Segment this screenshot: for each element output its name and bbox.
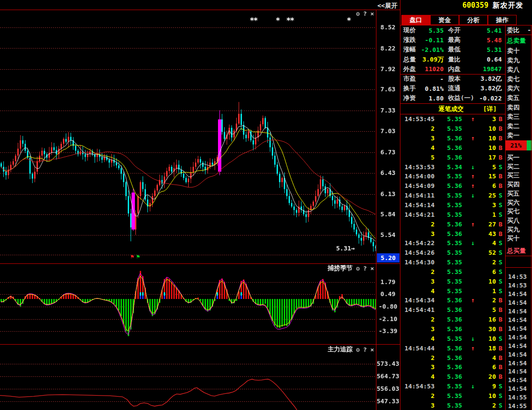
tick-row[interactable]: 14:54:445.36↑18B [400, 343, 505, 353]
buy-level-7[interactable]: 买七 [505, 207, 532, 216]
tick-row[interactable]: 25.364B [400, 353, 505, 362]
time-column-entry: 14:54 [505, 367, 532, 376]
tab-1[interactable]: 盘口 [401, 15, 430, 25]
tick-time: 2 [400, 268, 435, 275]
tick-row[interactable]: 14:53:535.34↓5S [400, 162, 505, 172]
tick-volume: 17 [477, 154, 496, 161]
sell-level-5[interactable]: 卖五 [505, 93, 532, 102]
tick-row[interactable]: 14:54:415.365B [400, 305, 505, 315]
tick-row[interactable]: 14:54:535.35↓9S [400, 382, 505, 391]
help-icon[interactable]: ? [363, 265, 367, 272]
sell-level-3[interactable]: 卖三 [505, 112, 532, 121]
tick-price: 5.36 [447, 230, 467, 237]
tick-row[interactable]: 35.352S [400, 400, 505, 410]
tab-3[interactable]: 分析 [459, 15, 488, 25]
tick-price: 5.35 [447, 211, 467, 218]
buy-level-9[interactable]: 买九 [505, 225, 532, 234]
buy-level-2[interactable]: 买二 [505, 162, 532, 171]
tick-row[interactable]: 14:54:345.36↑2B [400, 296, 505, 305]
tick-row[interactable]: 25.356S [400, 267, 505, 277]
tick-row[interactable]: 45.351S [400, 286, 505, 296]
tick-row[interactable]: 14:54:005.35↑15B [400, 172, 505, 181]
buy-level-10[interactable]: 买十 [505, 234, 532, 243]
tick-row[interactable]: 14:54:095.36↑6B [400, 181, 505, 191]
sell-level-10[interactable]: 卖十 [505, 46, 532, 55]
tick-row[interactable]: 35.3510S [400, 276, 505, 286]
tick-time: 14:54:44 [400, 345, 435, 352]
help-icon[interactable]: ? [363, 346, 367, 353]
tick-row[interactable]: 14:53:455.35↑3B [400, 114, 505, 124]
help-icon[interactable]: ? [363, 10, 367, 17]
main-force-tracking-canvas[interactable] [0, 344, 376, 410]
weibi-label: 委比 [507, 25, 520, 35]
close-icon[interactable]: × [370, 265, 374, 272]
tab-4[interactable]: 操作 [488, 15, 517, 25]
tick-row[interactable]: 14:54:215.351S [400, 210, 505, 219]
close-icon[interactable]: × [370, 346, 374, 353]
price-axis-label: 7.03 [376, 127, 400, 135]
buy-level-4[interactable]: 买四 [505, 180, 532, 189]
tick-time: 14:53:45 [400, 115, 435, 123]
sell-level-8[interactable]: 卖八 [505, 65, 532, 74]
buy-level-8[interactable]: 买八 [505, 216, 532, 225]
tick-row[interactable]: 45.3620B [400, 372, 505, 382]
buy-level-5[interactable]: 买五 [505, 189, 532, 198]
sell-level-6[interactable]: 卖六 [505, 84, 532, 93]
tick-detail-link[interactable]: [详] [483, 105, 505, 113]
sell-level-2[interactable]: 卖二 [505, 122, 532, 131]
tick-row[interactable]: 45.3610B [400, 143, 505, 153]
tick-row[interactable]: 35.366B [400, 362, 505, 372]
tick-row[interactable]: 14:54:265.3552S [400, 248, 505, 258]
close-icon[interactable]: × [370, 10, 374, 17]
main-candlestick-canvas[interactable] [0, 10, 376, 263]
time-column-entry: 14:54 [505, 384, 532, 393]
tab-2[interactable]: 资金 [430, 15, 459, 25]
buy-level-1[interactable]: 买一 [505, 153, 532, 162]
tick-row[interactable]: 14:54:305.352S [400, 258, 505, 267]
tick-row[interactable]: 35.36↑10B [400, 134, 505, 143]
quote-value: 0.81% [416, 85, 444, 92]
osc-axis-label: 0.49 [376, 290, 400, 298]
sell-level-4[interactable]: 卖四 [505, 103, 532, 112]
tick-row[interactable]: 25.3616B [400, 315, 505, 324]
tick-side: B [496, 135, 505, 142]
tick-row[interactable]: 45.35↓10S [400, 334, 505, 343]
sell-level-7[interactable]: 卖七 [505, 75, 532, 84]
tick-row[interactable]: 25.3510B [400, 124, 505, 134]
tick-side: B [496, 345, 505, 352]
tick-row[interactable]: 25.3510S [400, 391, 505, 400]
fishing-season-indicator-canvas[interactable] [0, 263, 376, 344]
tick-side: S [496, 211, 505, 218]
tick-side: B [496, 363, 505, 371]
tick-price: 5.36 [447, 154, 467, 161]
settings-gear-icon[interactable]: ⚙ [356, 10, 360, 17]
divider [400, 25, 532, 25]
tick-row[interactable]: 25.36↑27B [400, 219, 505, 229]
tick-price: 5.35 [447, 402, 467, 409]
tick-side: S [496, 268, 505, 275]
tick-row[interactable]: 14:54:145.353S [400, 200, 505, 210]
price-axis-label: 8.52 [376, 24, 400, 31]
divider [505, 25, 506, 410]
settings-gear-icon[interactable]: ⚙ [356, 265, 360, 272]
tick-row[interactable]: 14:54:225.35↓4S [400, 238, 505, 248]
tick-time: 2 [400, 221, 435, 228]
sell-level-9[interactable]: 卖九 [505, 56, 532, 65]
time-column-entry: 14:54 [505, 289, 532, 298]
tick-side: B [496, 297, 505, 304]
tick-time: 5 [400, 154, 435, 161]
event-star-icon: ** [250, 16, 257, 25]
buy-level-3[interactable]: 买三 [505, 171, 532, 180]
buy-level-6[interactable]: 买六 [505, 198, 532, 207]
tick-row[interactable]: 14:54:115.35↓25S [400, 191, 505, 200]
tick-row[interactable]: 35.3630B [400, 324, 505, 334]
sell-level-1[interactable]: 卖一 [505, 131, 532, 140]
collapse-sidebar-link[interactable]: <<展开 [377, 1, 398, 10]
divider [0, 344, 400, 345]
tick-volume: 3 [477, 201, 496, 209]
tick-direction-arrow-icon: ↓ [469, 335, 477, 342]
tick-row[interactable]: 35.3643B [400, 229, 505, 238]
tick-side: B [496, 325, 505, 333]
tick-row[interactable]: 55.3617B [400, 152, 505, 162]
settings-gear-icon[interactable]: ⚙ [356, 346, 360, 353]
